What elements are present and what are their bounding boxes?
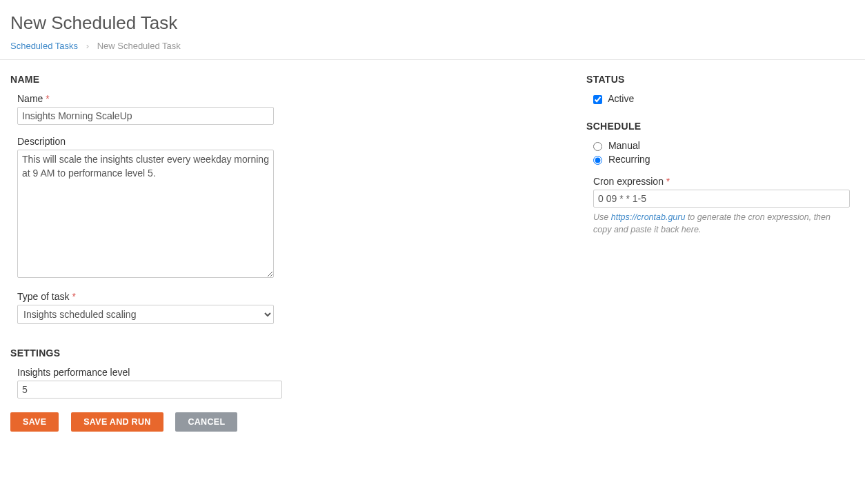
breadcrumb-current: New Scheduled Task [97, 41, 181, 51]
name-input[interactable] [17, 107, 274, 125]
schedule-recurring-radio[interactable] [593, 156, 602, 165]
section-heading-name: NAME [10, 74, 569, 85]
cancel-button[interactable]: CANCEL [175, 412, 237, 432]
section-heading-status: STATUS [586, 74, 855, 85]
schedule-manual-radio[interactable] [593, 142, 602, 151]
schedule-recurring-label: Recurring [608, 154, 650, 165]
active-checkbox[interactable] [593, 95, 602, 104]
chevron-right-icon: › [86, 41, 89, 51]
perf-level-input[interactable] [17, 381, 282, 399]
description-label: Description [17, 136, 569, 147]
required-indicator: * [72, 291, 75, 302]
cron-help-text: Use https://crontab.guru to generate the… [593, 212, 850, 236]
section-heading-settings: SETTINGS [10, 347, 569, 359]
active-label: Active [608, 93, 634, 104]
save-button[interactable]: SAVE [10, 412, 59, 432]
section-heading-schedule: SCHEDULE [586, 121, 855, 132]
required-indicator: * [666, 176, 670, 187]
breadcrumb-link-scheduled-tasks[interactable]: Scheduled Tasks [10, 41, 78, 51]
cron-input[interactable] [593, 190, 850, 208]
description-textarea[interactable]: This will scale the insights cluster eve… [17, 150, 274, 278]
crontab-guru-link[interactable]: https://crontab.guru [611, 212, 686, 222]
breadcrumb: Scheduled Tasks › New Scheduled Task [10, 41, 855, 51]
schedule-manual-label: Manual [608, 140, 640, 151]
cron-label: Cron expression * [593, 176, 855, 187]
required-indicator: * [46, 93, 49, 104]
page-header: New Scheduled Task Scheduled Tasks › New… [0, 0, 865, 60]
name-label: Name * [17, 93, 569, 104]
task-type-select[interactable]: Insights scheduled scaling [17, 305, 274, 324]
page-title: New Scheduled Task [10, 12, 855, 34]
perf-level-label: Insights performance level [17, 367, 569, 378]
task-type-label: Type of task * [17, 291, 569, 302]
save-and-run-button[interactable]: SAVE AND RUN [71, 412, 163, 432]
